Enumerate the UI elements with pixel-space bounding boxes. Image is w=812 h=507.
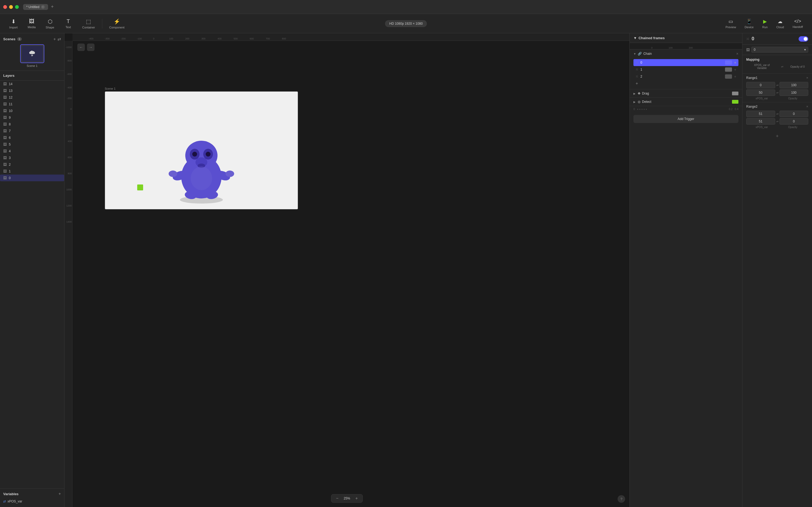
- detect-trigger[interactable]: ▶ ◎ Detect: [630, 98, 742, 106]
- layer-item-13[interactable]: 🖼 13: [0, 87, 64, 94]
- toolbar: ⬇ Import 🖼 Media ⬡ Shape T Text ⬚ Contai…: [0, 14, 812, 33]
- layer-name-1: 1: [9, 169, 11, 173]
- fullscreen-button[interactable]: [15, 5, 19, 9]
- close-button[interactable]: [3, 5, 7, 9]
- chain-item-2[interactable]: ⁙ 2 +: [633, 73, 739, 80]
- green-square: [137, 184, 143, 190]
- titlebar: * Untitled × +: [0, 0, 812, 14]
- layer-item-5[interactable]: 🖼 5: [0, 141, 64, 148]
- chain-item-0-plus[interactable]: +: [734, 60, 736, 65]
- run-icon: ▶: [763, 18, 767, 24]
- scene1-label: Scene 1: [26, 64, 37, 67]
- help-button[interactable]: ?: [618, 495, 625, 503]
- chain-add-button[interactable]: +: [633, 80, 739, 87]
- zoom-out-button[interactable]: −: [335, 496, 340, 501]
- layer-item-0[interactable]: 🖼 0: [0, 175, 64, 181]
- layer-item-8[interactable]: 🖼 8: [0, 121, 64, 127]
- range2-link1: ⇄: [776, 113, 778, 115]
- range2-row2-left[interactable]: 51: [746, 118, 775, 125]
- chained-frames-title-text: Chained frames: [639, 36, 665, 40]
- add-range-button[interactable]: +: [743, 132, 812, 141]
- add-scene-button[interactable]: +: [53, 37, 56, 42]
- chain-header[interactable]: ▼ 🔗 Chain ×: [630, 49, 742, 58]
- range1-row1-left[interactable]: 0: [746, 82, 775, 88]
- props-toggle[interactable]: [799, 36, 808, 42]
- import-tool[interactable]: ⬇ Import: [5, 17, 21, 31]
- tab-untitled[interactable]: * Untitled ×: [23, 4, 48, 10]
- main-area: Scenes 1 + ⇄ 🌩 Scene 1 Layers: [0, 33, 812, 507]
- layers-header: Layers: [0, 71, 64, 80]
- layer-icon-5: 🖼: [3, 142, 7, 146]
- mapping-title: Mapping: [746, 58, 808, 61]
- layer-icon-4: 🖼: [3, 149, 7, 153]
- device-tool[interactable]: 📱 Device: [741, 17, 757, 30]
- drag-trigger[interactable]: ▶ ✥ Drag: [630, 90, 742, 98]
- range2-row2-right[interactable]: 0: [779, 118, 809, 125]
- chain-item-1[interactable]: ⁙ 1 +: [633, 66, 739, 73]
- scenes-menu-button[interactable]: ⇄: [57, 37, 61, 42]
- tab-close-icon[interactable]: ×: [41, 5, 45, 9]
- scene-frame[interactable]: Scene 1: [105, 87, 298, 205]
- layer-item-14[interactable]: 🖼 14: [0, 80, 64, 87]
- chain-item-1-icon: ⁙: [636, 68, 638, 71]
- shape-tool[interactable]: ⬡ Shape: [42, 17, 58, 31]
- layer-item-3[interactable]: 🖼 3: [0, 154, 64, 161]
- chain-close-icon[interactable]: ×: [736, 52, 739, 56]
- layer-item-6[interactable]: 🖼 6: [0, 134, 64, 141]
- range2-row1-left[interactable]: 51: [746, 111, 775, 117]
- mini-ruler: 0 100 200: [630, 43, 742, 49]
- chain-section: ▼ 🔗 Chain × ⁙ 0 + ⁙ 1: [630, 49, 742, 90]
- chain-item-0[interactable]: ⁙ 0 +: [633, 59, 739, 66]
- chain-item-2-plus[interactable]: +: [734, 74, 736, 79]
- range1-close-button[interactable]: ×: [806, 76, 808, 80]
- new-tab-button[interactable]: +: [49, 4, 56, 10]
- minimize-button[interactable]: [9, 5, 13, 9]
- nav-back-button[interactable]: ←: [77, 44, 85, 51]
- layer-item-1[interactable]: 🖼 1: [0, 168, 64, 175]
- handoff-tool[interactable]: </> Handoff: [789, 17, 807, 30]
- resolution-display[interactable]: HD 1080p 1920 × 1080: [385, 20, 427, 27]
- layers-list: 🖼 14🖼 13🖼 12🖼 11🖼 10🖼 9🖼 8🖼 7🖼 6🖼 5🖼 4🖼 …: [0, 80, 64, 489]
- handoff-label: Handoff: [793, 25, 803, 29]
- layer-item-12[interactable]: 🖼 12: [0, 94, 64, 101]
- add-trigger-button[interactable]: Add Trigger: [633, 115, 739, 123]
- detect-title-text: Detect: [642, 100, 651, 104]
- detect-section: ▶ ◎ Detect 0 0.2 0.4: [630, 98, 742, 112]
- variable-xpos[interactable]: ⇄ xPOS_var: [3, 498, 61, 504]
- layer-icon-3: 🖼: [3, 156, 7, 160]
- range2-close-button[interactable]: ×: [806, 105, 808, 109]
- text-tool[interactable]: T Text: [60, 17, 76, 30]
- range2-row1-right[interactable]: 0: [779, 111, 809, 117]
- container-tool[interactable]: ⬚ Container: [78, 17, 99, 31]
- canvas-area[interactable]: -400 -300 -200 -100 0 100 200 300 400 50…: [64, 33, 629, 507]
- layer-item-11[interactable]: 🖼 11: [0, 101, 64, 107]
- ruler-tick-200: 200: [689, 47, 693, 49]
- cloud-tool[interactable]: ☁ Cloud: [772, 17, 788, 30]
- toolbar-right: ▭ Preview 📱 Device ▶ Run ☁ Cloud </> Han…: [722, 17, 807, 30]
- chain-item-1-plus[interactable]: +: [734, 67, 736, 72]
- layer-item-10[interactable]: 🖼 10: [0, 107, 64, 114]
- range1-row1-right[interactable]: 100: [779, 82, 809, 88]
- layer-name-5: 5: [9, 143, 11, 146]
- chained-frames-title: ▼ Chained frames: [633, 36, 664, 40]
- nav-forward-button[interactable]: →: [87, 44, 95, 51]
- range1-row2-right[interactable]: 100: [779, 90, 809, 96]
- media-tool[interactable]: 🖼 Media: [23, 17, 40, 30]
- character-svg: [156, 129, 247, 204]
- layer-item-4[interactable]: 🖼 4: [0, 148, 64, 154]
- range1-row2-left[interactable]: 50: [746, 90, 775, 96]
- scenes-count: 1: [17, 37, 22, 41]
- add-variable-button[interactable]: +: [59, 492, 61, 496]
- props-select[interactable]: 0 ▾: [751, 47, 808, 53]
- zoom-in-button[interactable]: +: [354, 496, 359, 501]
- layer-item-2[interactable]: 🖼 2: [0, 161, 64, 168]
- run-tool[interactable]: ▶ Run: [759, 17, 771, 30]
- component-tool[interactable]: ⚡ Component: [106, 17, 128, 31]
- layer-item-7[interactable]: 🖼 7: [0, 127, 64, 134]
- chain-item-0-name: 0: [640, 61, 723, 64]
- scene1-thumbnail[interactable]: 🌩: [20, 44, 44, 63]
- chain-items-list: ⁙ 0 + ⁙ 1 + ⁙ 2 +: [630, 58, 742, 89]
- layer-item-9[interactable]: 🖼 9: [0, 114, 64, 121]
- layer-icon-10: 🖼: [3, 109, 7, 113]
- preview-tool[interactable]: ▭ Preview: [722, 17, 740, 30]
